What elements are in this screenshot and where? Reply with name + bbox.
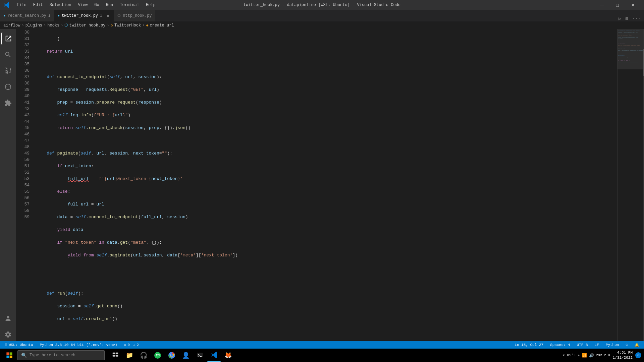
code-editor[interactable]: ) return url def connect_to_endpoint(sel…	[33, 29, 617, 341]
sound-icon: 🔊	[589, 353, 594, 358]
status-bell[interactable]: 🔔	[633, 343, 641, 347]
minimize-button[interactable]: —	[594, 0, 610, 10]
menu-help[interactable]: Help	[143, 2, 158, 8]
breadcrumb-class[interactable]: TwitterHook	[114, 23, 141, 28]
activity-source-control[interactable]	[1, 64, 15, 77]
menu-edit[interactable]: Edit	[31, 2, 46, 8]
more-actions-icon[interactable]: ···	[632, 16, 641, 21]
breadcrumb-method[interactable]: create_url	[150, 23, 174, 28]
tab-twitter-hook[interactable]: ● twitter_hook.py 1 ✕	[54, 10, 114, 21]
error-icon: ✕	[124, 343, 126, 347]
line-ending-label: LF	[595, 343, 599, 347]
notification-badge[interactable]: 6	[635, 352, 641, 358]
spaces-label: Spaces: 4	[550, 343, 570, 347]
status-encoding[interactable]: UTF-8	[576, 343, 589, 347]
line-col-label: Ln 15, Col 27	[515, 343, 543, 347]
breadcrumb-plugins[interactable]: plugins	[25, 23, 42, 28]
profile-app[interactable]: 👤	[179, 349, 193, 362]
minimap: def connect_to_endpoint(self, url, sessi…	[617, 29, 644, 341]
activity-bar	[0, 29, 16, 341]
status-spaces[interactable]: Spaces: 4	[549, 343, 571, 347]
status-line-col[interactable]: Ln 15, Col 27	[513, 343, 545, 347]
firefox-app[interactable]: 🦊	[221, 349, 235, 362]
status-wsl[interactable]: ⊞ WSL: Ubuntu	[3, 342, 34, 348]
chevron-up-icon[interactable]: ▲	[578, 354, 580, 357]
warning-count: 2	[137, 343, 139, 347]
menu-view[interactable]: View	[75, 2, 90, 8]
svg-rect-4	[113, 353, 115, 354]
weather-icon: ☀️	[563, 353, 565, 358]
activity-search[interactable]	[1, 48, 15, 61]
search-icon: 🔍	[21, 353, 27, 358]
status-line-ending[interactable]: LF	[593, 343, 600, 347]
tab-recent-search[interactable]: ● recent_search.py 1	[0, 10, 54, 21]
menu-terminal[interactable]: Terminal	[117, 2, 142, 8]
tab-number-active: 1	[100, 14, 102, 18]
activity-extensions[interactable]	[1, 96, 15, 110]
main-area: 30 31 32 33 34 35 36 37 38 39 40 41 42 4…	[0, 29, 644, 341]
tab-label: recent_search.py	[8, 13, 46, 18]
maximize-button[interactable]: ❐	[610, 0, 625, 10]
editor-area: 30 31 32 33 34 35 36 37 38 39 40 41 42 4…	[16, 29, 644, 341]
menu-bar: File Edit Selection View Go Run Terminal…	[14, 2, 158, 8]
search-bar[interactable]: 🔍 Type here to search	[17, 350, 105, 360]
activity-settings[interactable]	[1, 328, 15, 341]
svg-rect-1	[10, 352, 12, 355]
language-label: Python	[606, 343, 619, 347]
task-view-button[interactable]	[109, 349, 122, 362]
svg-rect-0	[6, 352, 9, 355]
breadcrumb-hooks[interactable]: hooks	[47, 23, 59, 28]
start-button[interactable]	[3, 349, 16, 362]
breadcrumb-filename[interactable]: twitter_hook.py	[69, 23, 105, 28]
tab-http-hook[interactable]: ⬡ http_hook.py	[114, 10, 155, 21]
python-label: Python 3.8.10 64-bit ('.env': venv)	[40, 343, 117, 347]
breadcrumb-method-icon: ◈	[146, 23, 148, 28]
spotify-app[interactable]	[151, 349, 164, 362]
code-container[interactable]: 30 31 32 33 34 35 36 37 38 39 40 41 42 4…	[16, 29, 617, 341]
title-controls[interactable]: — ❐ ✕	[594, 0, 641, 10]
status-left: ⊞ WSL: Ubuntu Python 3.8.10 64-bit ('.en…	[3, 342, 140, 348]
headphones-app[interactable]: 🎧	[137, 349, 150, 362]
menu-go[interactable]: Go	[92, 2, 102, 8]
title-bar-left: File Edit Selection View Go Run Terminal…	[3, 2, 158, 8]
svg-rect-3	[10, 356, 12, 358]
svg-rect-7	[116, 355, 118, 357]
tab-label-http: http_hook.py	[123, 13, 152, 18]
activity-debug[interactable]	[1, 80, 15, 94]
terminal-app[interactable]	[193, 349, 207, 362]
breadcrumb-airflow[interactable]: airflow	[3, 23, 20, 28]
menu-run[interactable]: Run	[103, 2, 116, 8]
activity-explorer[interactable]	[1, 32, 15, 45]
locale-label: POR PTB	[596, 354, 610, 357]
clock[interactable]: 4:51 PM 1/31/2022	[613, 350, 633, 361]
menu-file[interactable]: File	[14, 2, 29, 8]
file-explorer-app[interactable]: 📁	[123, 349, 136, 362]
window-title: twitter_hook.py - datapipeline [WSL: Ubu…	[244, 3, 400, 7]
wsl-label: WSL: Ubuntu	[9, 343, 33, 347]
line-numbers: 30 31 32 33 34 35 36 37 38 39 40 41 42 4…	[16, 29, 33, 341]
status-python[interactable]: Python 3.8.10 64-bit ('.env': venv)	[38, 343, 118, 347]
activity-account[interactable]	[1, 312, 15, 325]
close-button[interactable]: ✕	[625, 0, 641, 10]
tab-close-button[interactable]: ✕	[106, 13, 110, 19]
split-editor-icon[interactable]: ⊟	[625, 16, 628, 21]
status-feedback[interactable]: ☺	[624, 343, 629, 347]
minimap-content: def connect_to_endpoint(self, url, sessi…	[618, 29, 644, 341]
remote-icon: ⊞	[5, 342, 7, 348]
clock-time: 4:51 PM	[613, 350, 633, 355]
menu-selection[interactable]: Selection	[47, 2, 74, 8]
vscode-taskbar-app[interactable]	[207, 349, 221, 362]
chrome-app[interactable]	[165, 349, 178, 362]
taskbar-apps: 📁 🎧 👤	[109, 349, 235, 362]
network-icon: 📶	[582, 353, 587, 358]
taskbar: 🔍 Type here to search 📁 🎧 👤	[0, 349, 644, 362]
svg-rect-5	[116, 353, 118, 354]
tab-label-active: twitter_hook.py	[62, 13, 98, 18]
tray-icons: ☀️ 85°F ▲ 📶 🔊 POR PTB	[563, 353, 610, 358]
feedback-icon: ☺	[626, 343, 628, 347]
status-errors[interactable]: ✕ 0 ⚠ 2	[123, 343, 140, 347]
encoding-label: UTF-8	[577, 343, 588, 347]
run-icon[interactable]: ▷	[619, 16, 621, 21]
status-language[interactable]: Python	[604, 343, 621, 347]
svg-point-11	[170, 354, 173, 356]
